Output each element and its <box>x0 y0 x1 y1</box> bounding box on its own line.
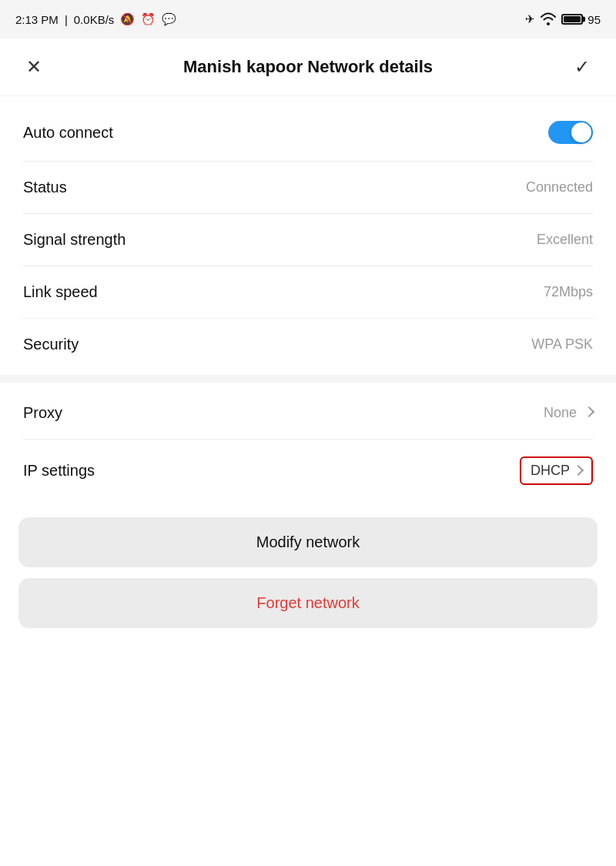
toggle-knob <box>571 122 591 142</box>
page-title: Manish kapoor Network details <box>49 57 567 77</box>
link-speed-value: 72Mbps <box>544 284 593 300</box>
forget-network-button[interactable]: Forget network <box>18 578 598 628</box>
link-speed-row: Link speed 72Mbps <box>0 266 616 318</box>
section-divider <box>0 375 616 383</box>
ip-settings-chevron <box>573 464 584 475</box>
status-label: Status <box>23 179 67 196</box>
security-label: Security <box>23 336 79 353</box>
ip-settings-row[interactable]: IP settings DHCP <box>0 440 616 502</box>
proxy-row[interactable]: Proxy None <box>0 387 616 439</box>
header: ✕ Manish kapoor Network details ✓ <box>0 38 616 96</box>
signal-strength-row: Signal strength Excellent <box>0 214 616 266</box>
airplane-icon: ✈ <box>525 12 535 26</box>
ip-settings-label: IP settings <box>23 462 95 480</box>
proxy-value: None <box>544 405 593 421</box>
wifi-icon <box>540 12 557 28</box>
auto-connect-row: Auto connect <box>0 104 616 161</box>
proxy-chevron <box>584 406 594 417</box>
battery-percent: 95 <box>588 13 601 26</box>
content: Auto connect Status Connected Signal str… <box>0 96 616 648</box>
signal-strength-label: Signal strength <box>23 231 126 249</box>
proxy-label: Proxy <box>23 404 62 422</box>
status-right: ✈ 95 <box>525 12 601 28</box>
auto-connect-toggle[interactable] <box>548 121 593 144</box>
status-row: Status Connected <box>0 162 616 213</box>
whatsapp-icon: 💬 <box>162 12 176 26</box>
modify-network-button[interactable]: Modify network <box>18 517 598 567</box>
alarm-icon: ⏰ <box>141 12 156 26</box>
confirm-button[interactable]: ✓ <box>567 52 598 82</box>
signal-strength-value: Excellent <box>537 232 593 248</box>
link-speed-label: Link speed <box>23 283 98 301</box>
battery-icon <box>561 14 583 25</box>
buttons-area: Modify network Forget network <box>0 502 616 640</box>
muted-icon: 🔕 <box>120 12 135 26</box>
status-value: Connected <box>526 179 593 196</box>
status-left: 2:13 PM | 0.0KB/s 🔕 ⏰ 💬 <box>15 12 176 26</box>
security-value: WPA PSK <box>531 336 593 353</box>
ip-settings-value-text: DHCP <box>531 463 570 479</box>
status-bar: 2:13 PM | 0.0KB/s 🔕 ⏰ 💬 ✈ 95 <box>0 0 616 38</box>
time-label: 2:13 PM <box>15 13 59 26</box>
data-speed-label: 0.0KB/s <box>74 13 115 26</box>
auto-connect-label: Auto connect <box>23 124 113 142</box>
separator: | <box>65 13 68 26</box>
ip-settings-value-box[interactable]: DHCP <box>520 456 593 485</box>
close-button[interactable]: ✕ <box>18 52 49 82</box>
security-row: Security WPA PSK <box>0 319 616 370</box>
